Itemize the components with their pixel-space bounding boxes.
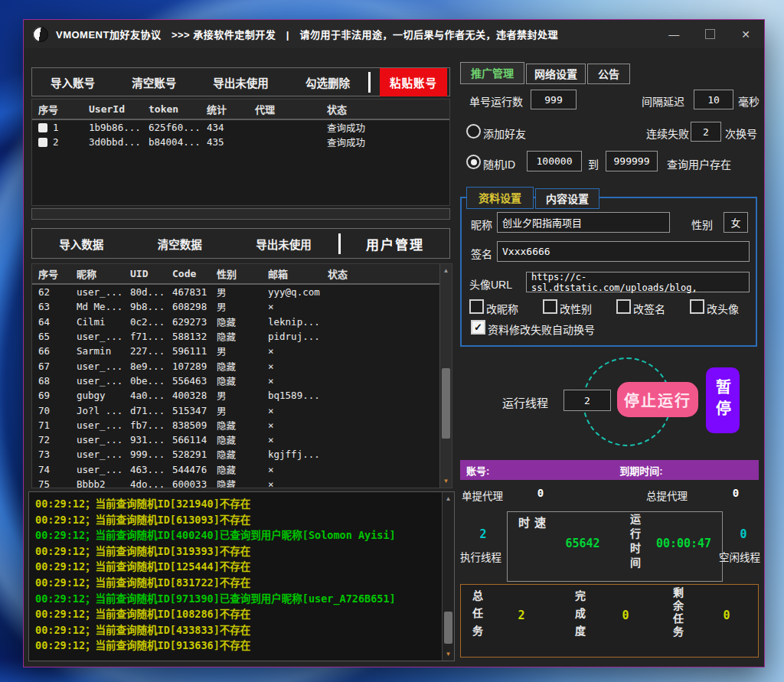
random-id-radio[interactable]	[466, 155, 481, 169]
table-cell: 72	[32, 434, 70, 445]
table-cell: 8e9...	[124, 361, 166, 372]
run-thread-label: 运行线程	[502, 394, 548, 410]
tab-announcement[interactable]: 公告	[587, 64, 630, 84]
table-row[interactable]: 73user_...999...528291隐藏kgjffj...	[32, 447, 452, 462]
table-row[interactable]: 63Md Me...9b8...608298男×	[32, 299, 452, 314]
clear-accounts-button[interactable]: 清空账号	[132, 74, 176, 90]
horizontal-scrollbar[interactable]	[31, 208, 450, 220]
user-table: 序号昵称UIDCode性别邮箱状态 62user_...80d...467831…	[31, 263, 452, 488]
nickname-input[interactable]: 创业夕阳指南项目	[497, 212, 670, 233]
paste-accounts-button[interactable]: 粘贴账号	[380, 68, 447, 96]
table-cell: ×	[262, 345, 322, 357]
table-row[interactable]: 74user_...463...544476隐藏×	[32, 462, 452, 477]
fail-count-input[interactable]: 2	[691, 122, 721, 142]
scroll-up-icon[interactable]: ▲	[440, 267, 452, 274]
table-cell: 596111	[166, 345, 211, 357]
table-cell: Md Me...	[70, 301, 124, 312]
log-line: 00:29:12；当前查询随机ID[613093]不存在	[35, 512, 448, 528]
log-scrollbar[interactable]: ▲ ▼	[442, 492, 454, 661]
single-run-input[interactable]: 999	[531, 90, 577, 109]
scrollbar-thumb[interactable]	[442, 368, 450, 439]
scroll-down-icon[interactable]: ▼	[443, 651, 454, 658]
avatar-url-input[interactable]: https://c-ssl.dtstatic.com/uploads/blog,	[526, 272, 750, 292]
change-signature-checkbox[interactable]	[616, 299, 631, 314]
table-cell: ×	[262, 405, 322, 416]
total-proxy-value: 0	[724, 487, 747, 499]
pause-button[interactable]: 暂停	[706, 367, 740, 433]
table-cell: 男	[211, 299, 262, 314]
table-cell: 隐藏	[211, 329, 262, 344]
change-gender-checkbox[interactable]	[543, 299, 557, 314]
table-cell: user_...	[70, 464, 124, 475]
toolbar-divider	[368, 72, 371, 93]
table-cell: 3d0bbd...	[83, 136, 142, 148]
to-label: 到	[588, 156, 599, 171]
change-avatar-label: 改头像	[707, 301, 739, 316]
table-cell: ×	[262, 464, 322, 475]
table-row[interactable]: 67user_...8e9...107289隐藏×	[32, 358, 452, 373]
stop-run-button[interactable]: 停止运行	[617, 382, 698, 417]
tab-profile-settings[interactable]: 资料设置	[466, 187, 534, 209]
delete-checked-button[interactable]: 勾选删除	[305, 74, 350, 90]
change-gender-label: 改性别	[560, 301, 592, 316]
run-thread-input[interactable]: 2	[564, 390, 611, 411]
scrollbar-thumb[interactable]	[444, 612, 452, 644]
import-accounts-button[interactable]: 导入账号	[51, 74, 95, 90]
remain-task-label: 剩余任务	[670, 587, 685, 656]
table-cell: 629273	[166, 316, 211, 328]
random-from-input[interactable]: 100000	[527, 151, 582, 171]
user-manage-button[interactable]: 用户管理	[366, 238, 424, 253]
export-unused-data-button[interactable]: 导出未使用	[256, 236, 312, 252]
clear-data-button[interactable]: 清空数据	[158, 236, 202, 252]
table-cell: user_...	[70, 361, 124, 372]
table-cell: 68	[32, 375, 70, 387]
add-friend-radio[interactable]	[466, 124, 481, 139]
table-row[interactable]: 23d0bbd...b84004...435查询成功	[32, 135, 449, 149]
table-row[interactable]: 62user_...80d...467831男yyy@q.com	[32, 285, 452, 299]
table-cell: 67	[32, 361, 70, 372]
table-row[interactable]: 75Bbbb24do...600033隐藏×	[32, 477, 452, 488]
tab-network-settings[interactable]: 网络设置	[526, 64, 586, 84]
row-checkbox[interactable]	[38, 138, 47, 147]
row-checkbox[interactable]	[38, 123, 47, 132]
table-row[interactable]: 65user_...f71...588132隐藏pidruj...	[32, 329, 452, 344]
change-avatar-checkbox[interactable]	[690, 299, 704, 314]
table-row[interactable]: 66Sarmin227...596111男×	[32, 344, 452, 358]
change-signature-label: 改签名	[633, 301, 665, 316]
row-index-cell: 2	[32, 136, 83, 148]
maximize-button[interactable]	[705, 29, 715, 39]
tab-promo-manage[interactable]: 推广管理	[460, 62, 524, 84]
log-panel[interactable]: 00:29:12；当前查询随机ID[321940]不存在00:29:12；当前查…	[28, 491, 455, 661]
total-task-value: 2	[508, 609, 535, 622]
auto-switch-checkbox[interactable]: ✓	[471, 320, 485, 334]
interval-input[interactable]: 10	[694, 90, 733, 109]
user-table-scrollbar[interactable]: ▲ ▼	[439, 264, 452, 488]
export-unused-accounts-button[interactable]: 导出未使用	[213, 74, 269, 90]
table-row[interactable]: 64Cilmi0c2...629273隐藏leknip...	[32, 315, 452, 329]
tab-content-settings[interactable]: 内容设置	[535, 188, 599, 209]
table-row[interactable]: 71user_...fb7...838509隐藏×	[32, 418, 452, 432]
account-label: 账号:	[466, 463, 489, 478]
import-data-button[interactable]: 导入数据	[59, 236, 103, 252]
idle-threads-value: 0	[724, 527, 763, 541]
log-lines: 00:29:12；当前查询随机ID[321940]不存在00:29:12；当前查…	[35, 496, 448, 654]
table-row[interactable]: 70Jo?l ...d71...515347男×	[32, 403, 452, 417]
scroll-up-icon[interactable]: ▲	[443, 495, 454, 502]
random-to-input[interactable]: 999999	[606, 151, 658, 171]
close-button[interactable]: ✕	[741, 29, 750, 40]
gender-input[interactable]: 女	[724, 212, 748, 233]
change-nickname-checkbox[interactable]	[469, 299, 484, 314]
row-index-cell: 1	[32, 122, 83, 133]
table-row[interactable]: 68user_...0be...556463隐藏×	[32, 374, 452, 388]
table-cell: 434	[201, 122, 249, 133]
scroll-down-icon[interactable]: ▼	[440, 478, 452, 485]
table-cell: 528291	[166, 449, 211, 460]
table-cell: user_...	[70, 434, 124, 445]
signature-input[interactable]: Vxxx6666	[497, 241, 750, 262]
table-row[interactable]: 11b9b86...625f60...434查询成功	[32, 120, 449, 135]
table-row[interactable]: 69gubgy4a0...400328男bq1589...	[32, 388, 452, 403]
table-cell: d71...	[124, 405, 166, 416]
minimize-button[interactable]: —	[668, 29, 679, 40]
table-row[interactable]: 72user_...931...566114隐藏×	[32, 432, 452, 447]
table-cell: ×	[262, 301, 322, 312]
